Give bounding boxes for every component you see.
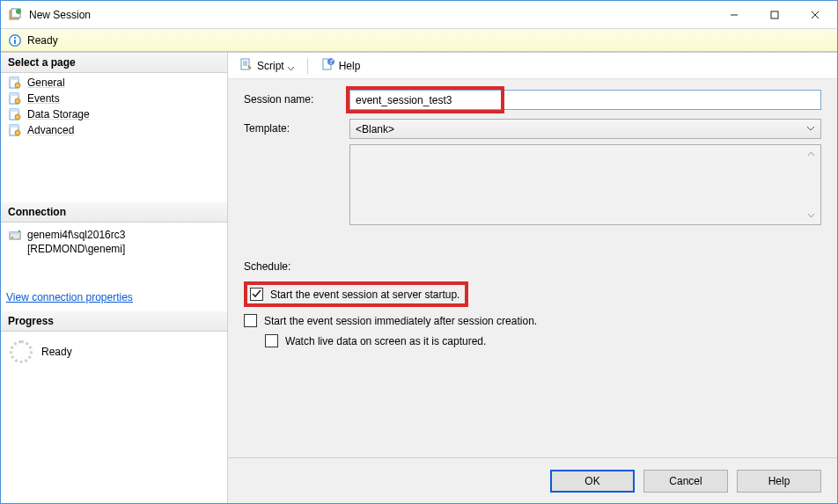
minimize-button[interactable] [714,2,754,28]
schedule-label: Schedule: [244,260,821,273]
svg-point-16 [15,99,20,104]
server-icon [8,228,22,245]
template-value: <Blank> [356,123,394,135]
script-button[interactable]: Script [233,55,300,77]
session-name-input[interactable] [349,90,821,110]
page-events[interactable]: Events [4,91,227,106]
svg-point-13 [15,83,20,88]
chevron-down-icon [805,123,817,135]
help-toolbar-button[interactable]: ? Help [315,55,367,77]
titlebar: New Session [1,1,837,29]
connection-user: [REDMOND\genemi] [27,243,125,255]
window-controls [714,2,835,28]
scroll-down-icon[interactable] [804,208,819,223]
checkbox-label: Watch live data on screen as it is captu… [285,335,486,347]
dialog-footer: OK Cancel Help [228,457,837,503]
page-general[interactable]: General [4,75,227,91]
checkbox-label: Start the event session immediately afte… [264,315,537,327]
svg-point-22 [15,130,20,135]
sidebar-header-connection: Connection [1,201,227,223]
page-list: General Events Data Storage Advanced [1,73,227,140]
svg-rect-12 [10,77,18,80]
status-text: Ready [27,34,58,47]
svg-rect-10 [14,37,16,39]
page-icon [8,123,22,137]
scroll-up-icon[interactable] [804,147,819,162]
close-button[interactable] [795,2,835,28]
session-name-label: Session name: [244,90,341,106]
view-connection-properties-link[interactable]: View connection properties [1,284,227,310]
svg-rect-24 [10,232,20,234]
svg-point-2 [16,9,21,14]
help-icon: ? [321,57,335,74]
progress-block: Ready [1,332,227,369]
svg-rect-26 [241,59,249,69]
template-dropdown[interactable]: <Blank> [349,119,821,139]
svg-point-19 [15,114,20,120]
sidebar-header-progress: Progress [1,310,227,332]
svg-rect-4 [771,11,778,18]
content-area: Session name: Template: <Blank> [228,79,837,457]
window-frame: New Session Ready Select a page General [0,0,838,504]
svg-rect-9 [14,40,16,44]
progress-text: Ready [41,346,72,358]
page-icon [8,107,22,121]
toolbar: Script ? Help [228,53,837,79]
cancel-button[interactable]: Cancel [643,470,728,493]
progress-spinner-icon [10,340,33,363]
window-title: New Session [29,9,714,21]
svg-rect-18 [10,109,18,112]
template-label: Template: [244,119,341,135]
checkbox-start-immediately[interactable] [244,314,257,327]
app-icon [8,8,22,22]
svg-point-25 [11,237,13,238]
checkbox-label: Start the event session at server startu… [270,289,459,301]
page-advanced[interactable]: Advanced [4,122,227,138]
svg-rect-21 [10,125,18,128]
highlight-annotation: Start the event session at server startu… [244,281,468,307]
connection-info: genemi4f\sql2016rc3 [REDMOND\genemi] [1,223,227,267]
template-description-box[interactable] [349,144,821,225]
maximize-button[interactable] [754,2,795,28]
connection-server: genemi4f\sql2016rc3 [27,229,125,241]
sidebar: Select a page General Events Data Storag… [1,53,228,503]
info-icon [8,33,22,47]
svg-rect-15 [10,93,18,96]
checkbox-watch-live-data[interactable] [265,334,278,347]
main-panel: Script ? Help Session name: Template: [228,53,837,503]
ok-button[interactable]: OK [550,470,635,493]
checkbox-start-at-server-startup[interactable] [250,288,263,301]
sidebar-header-pages: Select a page [1,53,227,73]
svg-text:?: ? [327,57,334,67]
page-icon [8,76,22,90]
chevron-down-icon [288,62,294,69]
toolbar-separator [307,58,308,74]
page-icon [8,91,22,106]
status-strip: Ready [1,29,837,52]
script-icon [239,57,254,74]
page-data-storage[interactable]: Data Storage [4,106,227,122]
help-button[interactable]: Help [737,470,821,493]
